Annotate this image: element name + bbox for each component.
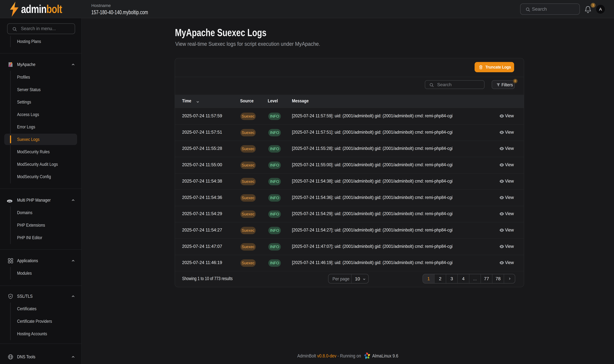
svg-text:php: php [8,200,11,202]
